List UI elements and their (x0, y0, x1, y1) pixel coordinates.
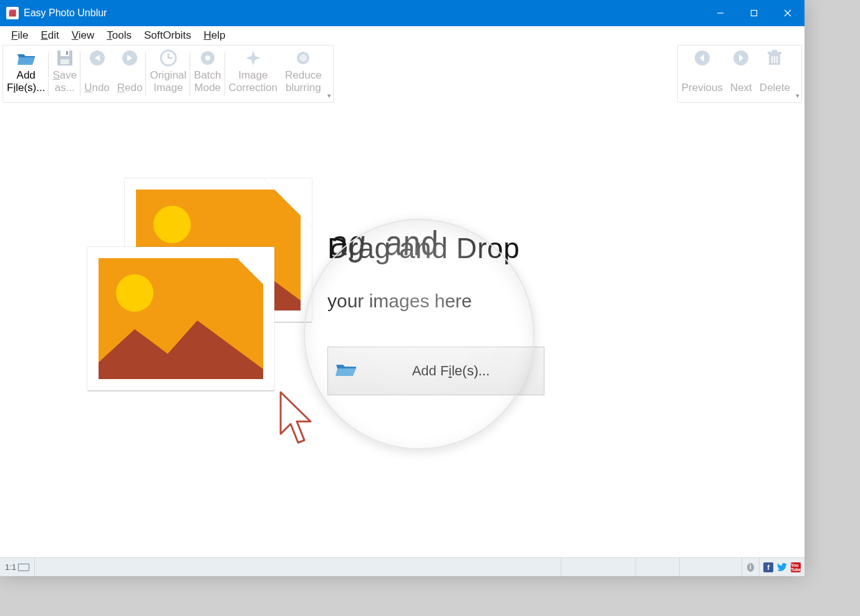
delete-button[interactable]: Delete (756, 46, 794, 102)
title-bar: Easy Photo Unblur (0, 0, 804, 26)
drop-subtitle: your images here (327, 291, 472, 312)
toolbar-overflow-icon[interactable]: ▾ (326, 92, 333, 102)
toolbar-right-overflow-icon[interactable]: ▾ (794, 92, 801, 102)
add-files-button[interactable]: AddFile(s)... (3, 46, 49, 102)
save-icon (55, 48, 75, 68)
menu-tools[interactable]: Tools (100, 28, 138, 43)
next-button[interactable]: Next (727, 46, 756, 102)
minimize-button[interactable] (703, 0, 737, 26)
drop-illustration (87, 178, 324, 403)
svg-rect-1 (751, 11, 757, 16)
svg-rect-7 (66, 51, 68, 55)
menu-view[interactable]: View (65, 28, 101, 43)
youtube-icon[interactable]: YouTube (791, 562, 801, 572)
redo-icon (120, 48, 140, 68)
image-correction-button[interactable]: ImageCorrection (225, 46, 281, 102)
batch-mode-button[interactable]: BatchMode (190, 46, 225, 102)
gear-icon (198, 48, 218, 68)
sparkle-icon (243, 48, 263, 68)
status-cell (636, 558, 680, 576)
trash-icon (765, 48, 785, 68)
add-files-large-button[interactable]: Add File(s)... (327, 347, 544, 395)
previous-button[interactable]: Previous (678, 46, 727, 102)
status-spacer (35, 558, 561, 576)
svg-rect-6 (60, 59, 69, 64)
drop-area[interactable]: Drag and Drop ag and your images here Ad… (0, 103, 804, 557)
undo-icon (87, 48, 107, 68)
toolbar-right: Previous Next Delete ▾ (677, 45, 802, 103)
toolbar-left: AddFile(s)... Saveas... Undo Redo (2, 45, 334, 103)
app-window: Easy Photo Unblur File Edit View Tools S… (0, 0, 804, 576)
info-icon[interactable]: i (742, 558, 760, 576)
original-image-button[interactable]: OriginalImage (146, 46, 190, 102)
svg-point-14 (299, 54, 307, 62)
status-zoom[interactable]: 1:1 (0, 558, 35, 576)
menu-help[interactable]: Help (198, 28, 232, 43)
status-bar: 1:1 i f YouTube (0, 557, 804, 576)
add-files-large-label: Add File(s)... (358, 363, 544, 379)
app-title: Easy Photo Unblur (24, 7, 107, 19)
photo-card-icon (87, 247, 274, 390)
social-links: f YouTube (760, 558, 804, 576)
arrow-right-icon (731, 48, 751, 68)
menu-bar: File Edit View Tools SoftOrbits Help (0, 26, 804, 45)
svg-point-12 (205, 55, 210, 60)
folder-open-icon (334, 360, 358, 382)
blur-icon (293, 48, 313, 68)
menu-file[interactable]: File (5, 28, 34, 43)
twitter-icon[interactable] (777, 562, 787, 572)
menu-edit[interactable]: Edit (34, 28, 65, 43)
facebook-icon[interactable]: f (763, 562, 773, 572)
toolbar: AddFile(s)... Saveas... Undo Redo (0, 45, 804, 103)
close-button[interactable] (771, 0, 804, 26)
drop-title-magnified: ag and (327, 223, 439, 264)
undo-button[interactable]: Undo (80, 46, 114, 102)
svg-rect-19 (772, 50, 777, 52)
save-as-button[interactable]: Saveas... (49, 46, 80, 102)
status-cell (680, 558, 742, 576)
menu-softorbits[interactable]: SoftOrbits (138, 28, 198, 43)
fit-rect-icon (18, 564, 29, 571)
clock-icon (158, 48, 178, 68)
folder-open-icon (16, 48, 36, 68)
maximize-button[interactable] (737, 0, 771, 26)
reduce-blurring-button[interactable]: Reduceblurring (281, 46, 326, 102)
arrow-left-icon (692, 48, 712, 68)
redo-button[interactable]: Redo (114, 46, 147, 102)
cursor-icon (274, 389, 319, 451)
status-cell (561, 558, 636, 576)
app-icon (6, 7, 19, 19)
